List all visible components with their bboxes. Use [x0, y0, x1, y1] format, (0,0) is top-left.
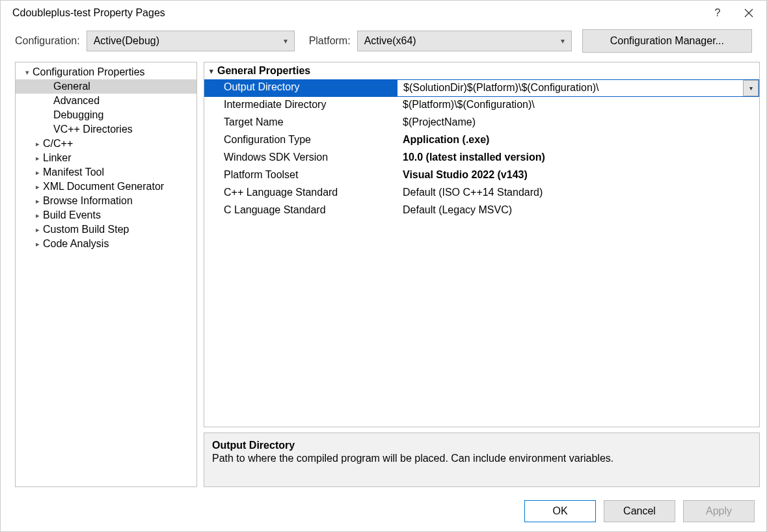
expand-icon: ▸ [33, 154, 43, 163]
configuration-value: Active(Debug) [94, 35, 159, 47]
property-row[interactable]: Target Name$(ProjectName) [204, 114, 759, 132]
property-row[interactable]: Intermediate Directory$(Platform)\$(Conf… [204, 97, 759, 114]
group-header[interactable]: ▾ General Properties [204, 62, 759, 79]
configuration-label: Configuration: [15, 35, 80, 47]
close-icon[interactable] [743, 7, 755, 19]
property-pages-dialog: Cdoubleplus-test Property Pages ? Config… [0, 0, 767, 532]
property-value[interactable]: $(SolutionDir)$(Platform)\$(Configuratio… [397, 80, 743, 96]
tree-item[interactable]: ▸Custom Build Step [16, 222, 196, 237]
property-row[interactable]: C Language StandardDefault (Legacy MSVC) [204, 202, 759, 220]
property-name: Output Directory [204, 79, 397, 97]
property-value[interactable]: Application (.exe) [397, 132, 759, 150]
tree-item[interactable]: ▸Manifest Tool [16, 165, 196, 180]
configuration-bar: Configuration: Active(Debug) ▾ Platform:… [1, 24, 766, 62]
apply-button[interactable]: Apply [683, 500, 755, 522]
expand-icon: ▸ [33, 183, 43, 191]
property-row[interactable]: Platform ToolsetVisual Studio 2022 (v143… [204, 167, 759, 185]
tree-item[interactable]: ▸XML Document Generator [16, 180, 196, 194]
chevron-down-icon: ▾ [561, 36, 565, 46]
configuration-manager-button[interactable]: Configuration Manager... [582, 29, 752, 53]
expand-icon: ▸ [33, 211, 43, 220]
tree-item[interactable]: VC++ Directories [16, 122, 196, 137]
platform-value: Active(x64) [364, 35, 416, 47]
collapse-icon: ▾ [22, 68, 33, 77]
property-row[interactable]: C++ Language StandardDefault (ISO C++14 … [204, 185, 759, 202]
cancel-button[interactable]: Cancel [604, 500, 675, 522]
platform-dropdown[interactable]: Active(x64) ▾ [357, 31, 572, 51]
description-panel: Output Directory Path to where the compi… [204, 432, 760, 487]
property-value[interactable]: $(Platform)\$(Configuration)\ [397, 97, 759, 114]
expand-icon: ▸ [33, 226, 43, 234]
tree-item[interactable]: Debugging [16, 108, 196, 122]
expand-icon: ▸ [33, 240, 43, 248]
property-value[interactable]: $(ProjectName) [397, 114, 759, 132]
tree-item[interactable]: ▸Code Analysis [16, 237, 196, 251]
description-title: Output Directory [212, 440, 751, 451]
configuration-dropdown[interactable]: Active(Debug) ▾ [87, 31, 295, 51]
expand-icon: ▸ [33, 140, 43, 148]
property-value[interactable]: Default (Legacy MSVC) [397, 202, 759, 220]
tree-item[interactable]: ▸Build Events [16, 208, 196, 222]
property-row[interactable]: Configuration TypeApplication (.exe) [204, 132, 759, 150]
property-name: Target Name [204, 114, 397, 132]
window-title: Cdoubleplus-test Property Pages [12, 7, 165, 19]
value-dropdown-button[interactable]: ▾ [743, 80, 759, 96]
property-name: Platform Toolset [204, 167, 397, 185]
property-name: Intermediate Directory [204, 97, 397, 114]
property-value[interactable]: Visual Studio 2022 (v143) [397, 167, 759, 185]
chevron-down-icon: ▾ [284, 36, 288, 46]
property-name: C++ Language Standard [204, 185, 397, 202]
config-tree[interactable]: ▾ Configuration Properties GeneralAdvanc… [15, 62, 197, 487]
tree-item[interactable]: ▸C/C++ [16, 137, 196, 151]
dialog-footer: OK Cancel Apply [1, 494, 766, 531]
help-icon[interactable]: ? [712, 7, 723, 19]
property-value[interactable]: Default (ISO C++14 Standard) [397, 185, 759, 202]
property-name: Configuration Type [204, 132, 397, 150]
property-name: Windows SDK Version [204, 150, 397, 167]
property-name: C Language Standard [204, 202, 397, 220]
property-value[interactable]: 10.0 (latest installed version) [397, 150, 759, 167]
collapse-icon: ▾ [209, 67, 213, 75]
tree-item[interactable]: ▸Linker [16, 151, 196, 165]
ok-button[interactable]: OK [524, 500, 596, 522]
property-row[interactable]: Windows SDK Version10.0 (latest installe… [204, 150, 759, 167]
property-row[interactable]: Output Directory$(SolutionDir)$(Platform… [204, 79, 759, 97]
property-grid[interactable]: ▾ General Properties Output Directory$(S… [204, 62, 760, 427]
expand-icon: ▸ [33, 197, 43, 206]
platform-label: Platform: [309, 35, 351, 47]
tree-item[interactable]: General [16, 79, 196, 94]
titlebar: Cdoubleplus-test Property Pages ? [1, 1, 766, 24]
expand-icon: ▸ [33, 168, 43, 177]
tree-item[interactable]: Advanced [16, 94, 196, 108]
tree-item[interactable]: ▸Browse Information [16, 194, 196, 208]
tree-root[interactable]: ▾ Configuration Properties [16, 65, 196, 79]
description-text: Path to where the compiled program will … [212, 453, 751, 464]
